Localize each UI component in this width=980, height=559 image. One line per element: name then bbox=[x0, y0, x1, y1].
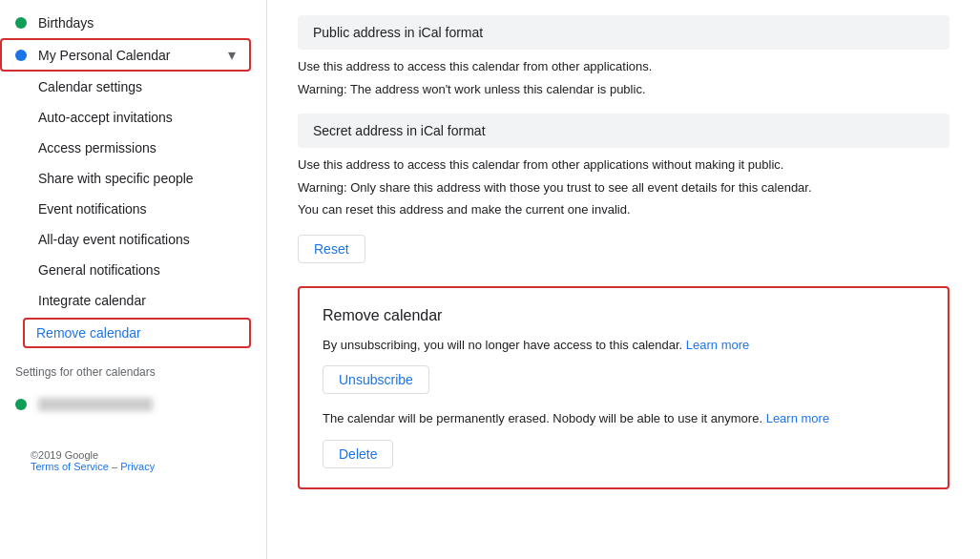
footer-dash: – bbox=[112, 461, 120, 472]
sidebar-sub-item-auto-accept[interactable]: Auto-accept invitations bbox=[0, 102, 266, 133]
terms-link[interactable]: Terms of Service bbox=[31, 461, 109, 472]
main-content: Public address in iCal format Use this a… bbox=[267, 0, 980, 559]
reset-button[interactable]: Reset bbox=[298, 235, 365, 263]
unsubscribe-desc-text: By unsubscribing, you will no longer hav… bbox=[323, 338, 682, 352]
allday-notifications-label: All-day event notifications bbox=[38, 232, 190, 247]
integrate-calendar-label: Integrate calendar bbox=[38, 293, 146, 308]
delete-learn-more-link[interactable]: Learn more bbox=[766, 411, 829, 425]
secret-note: You can reset this address and make the … bbox=[298, 200, 949, 219]
unsubscribe-button[interactable]: Unsubscribe bbox=[323, 365, 429, 394]
calendar-settings-label: Calendar settings bbox=[38, 79, 142, 94]
footer: ©2019 Google Terms of Service – Privacy bbox=[0, 419, 266, 503]
delete-desc-text: The calendar will be permanently erased.… bbox=[323, 411, 762, 425]
secret-desc-1: Use this address to access this calendar… bbox=[298, 155, 949, 175]
sidebar-personal-calendar-label: My Personal Calendar bbox=[38, 48, 171, 63]
sidebar-birthdays-label: Birthdays bbox=[38, 15, 94, 31]
sidebar-sub-item-remove-calendar[interactable]: Remove calendar bbox=[23, 318, 251, 348]
general-notifications-label: General notifications bbox=[38, 262, 160, 278]
public-address-label: Public address in iCal format bbox=[313, 25, 483, 40]
public-address-box: Public address in iCal format bbox=[298, 15, 949, 50]
auto-accept-label: Auto-accept invitations bbox=[38, 110, 173, 125]
public-desc-1: Use this address to access this calendar… bbox=[298, 57, 949, 76]
secret-warning: Warning: Only share this address with th… bbox=[298, 178, 949, 197]
other-calendar-blurred-label bbox=[38, 398, 153, 411]
sidebar: Birthdays My Personal Calendar ▾ Calenda… bbox=[0, 0, 267, 559]
sidebar-item-my-personal-calendar[interactable]: My Personal Calendar ▾ bbox=[0, 38, 251, 72]
personal-calendar-dot bbox=[15, 50, 27, 61]
other-calendars-header: Settings for other calendars bbox=[0, 350, 266, 386]
share-people-label: Share with specific people bbox=[38, 171, 194, 186]
sidebar-sub-item-integrate-calendar[interactable]: Integrate calendar bbox=[0, 285, 266, 316]
sidebar-sub-item-access-permissions[interactable]: Access permissions bbox=[0, 133, 266, 163]
sidebar-sub-item-calendar-settings[interactable]: Calendar settings bbox=[0, 72, 266, 102]
remove-calendar-sidebar-label: Remove calendar bbox=[36, 325, 141, 341]
unsubscribe-desc: By unsubscribing, you will no longer hav… bbox=[323, 336, 925, 355]
privacy-link[interactable]: Privacy bbox=[120, 461, 155, 472]
sidebar-item-birthdays[interactable]: Birthdays bbox=[0, 8, 251, 38]
public-warning: Warning: The address won't work unless t… bbox=[298, 80, 949, 99]
sidebar-item-other-calendar[interactable] bbox=[0, 390, 251, 419]
sidebar-sub-item-event-notifications[interactable]: Event notifications bbox=[0, 194, 266, 224]
other-calendar-dot bbox=[15, 399, 27, 410]
delete-button[interactable]: Delete bbox=[323, 440, 393, 468]
secret-address-label: Secret address in iCal format bbox=[313, 123, 486, 138]
sidebar-sub-item-share-people[interactable]: Share with specific people bbox=[0, 163, 266, 194]
delete-desc: The calendar will be permanently erased.… bbox=[323, 409, 925, 428]
chevron-up-icon: ▾ bbox=[228, 46, 236, 64]
sidebar-sub-item-allday-notifications[interactable]: All-day event notifications bbox=[0, 224, 266, 255]
birthdays-dot bbox=[15, 17, 27, 29]
access-permissions-label: Access permissions bbox=[38, 140, 156, 155]
remove-calendar-section: Remove calendar By unsubscribing, you wi… bbox=[298, 286, 949, 489]
secret-address-box: Secret address in iCal format bbox=[298, 114, 949, 148]
remove-section-title: Remove calendar bbox=[323, 307, 925, 324]
copyright-text: ©2019 Google bbox=[31, 449, 98, 461]
event-notifications-label: Event notifications bbox=[38, 201, 147, 217]
unsubscribe-learn-more-link[interactable]: Learn more bbox=[686, 338, 749, 352]
sidebar-sub-item-general-notifications[interactable]: General notifications bbox=[0, 255, 266, 285]
